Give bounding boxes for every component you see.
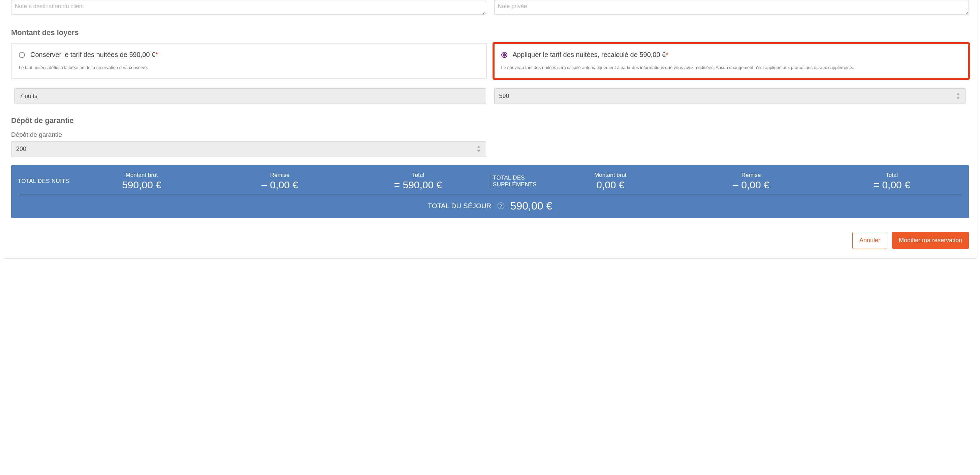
option-keep-description: Le tarif nuitées défini à la création de… bbox=[19, 65, 479, 71]
submit-button[interactable]: Modifier ma réservation bbox=[892, 232, 969, 249]
supp-total-label: Total bbox=[821, 172, 962, 178]
help-icon[interactable]: ? bbox=[498, 202, 504, 209]
deposit-value: 200 bbox=[16, 146, 26, 153]
rents-section-title: Montant des loyers bbox=[11, 28, 969, 37]
nights-total-label: Total bbox=[349, 172, 487, 178]
supp-discount-value: – 0,00 € bbox=[681, 179, 822, 191]
amount-stepper[interactable]: 590 bbox=[494, 88, 966, 104]
radio-apply-rate[interactable] bbox=[501, 52, 508, 58]
nights-value: 7 nuits bbox=[19, 93, 37, 100]
deposit-section-title: Dépôt de garantie bbox=[11, 116, 969, 125]
rate-options-row: Conserver le tarif des nuitées de 590,00… bbox=[11, 43, 969, 79]
nights-select[interactable]: 7 nuits bbox=[14, 88, 486, 104]
nights-total-value: = 590,00 € bbox=[349, 179, 487, 191]
totals-panel: TOTAL DES NUITS Montant brut 590,00 € Re… bbox=[11, 165, 969, 218]
nights-gross-value: 590,00 € bbox=[73, 179, 211, 191]
deposit-stepper[interactable]: 200 bbox=[11, 141, 486, 157]
deposit-field-label: Dépôt de garantie bbox=[11, 131, 969, 138]
nights-discount-value: – 0,00 € bbox=[211, 179, 349, 191]
radio-keep-rate[interactable] bbox=[19, 52, 25, 58]
stay-total-label: TOTAL DU SÉJOUR bbox=[428, 202, 492, 210]
nights-gross-label: Montant brut bbox=[73, 172, 211, 178]
supplements-group-title: TOTAL DES SUPPLÉMENTS bbox=[493, 175, 540, 188]
rate-fields-row: 7 nuits 590 bbox=[11, 88, 969, 104]
amount-value: 590 bbox=[499, 93, 509, 100]
reservation-form-section: Montant des loyers Conserver le tarif de… bbox=[3, 0, 977, 259]
notes-row bbox=[11, 0, 969, 16]
stepper-icon bbox=[476, 146, 481, 152]
option-apply-rate[interactable]: Appliquer le tarif des nuitées, recalcul… bbox=[493, 43, 969, 79]
horizontal-separator bbox=[18, 195, 962, 195]
stepper-icon bbox=[956, 93, 961, 99]
option-keep-rate[interactable]: Conserver le tarif des nuitées de 590,00… bbox=[11, 43, 487, 79]
stay-total-value: 590,00 € bbox=[511, 200, 552, 212]
supp-gross-label: Montant brut bbox=[540, 172, 681, 178]
option-apply-label: Appliquer le tarif des nuitées, recalcul… bbox=[513, 51, 669, 59]
supp-discount-label: Remise bbox=[681, 172, 822, 178]
client-note-input[interactable] bbox=[11, 0, 486, 15]
supplements-totals-group: TOTAL DES SUPPLÉMENTS Montant brut 0,00 … bbox=[493, 172, 962, 195]
nights-group-title: TOTAL DES NUITS bbox=[18, 178, 73, 184]
option-apply-description: Le nouveau tarif des nuitées sera calcul… bbox=[501, 65, 961, 71]
form-actions: Annuler Modifier ma réservation bbox=[11, 232, 969, 249]
cancel-button[interactable]: Annuler bbox=[852, 232, 887, 249]
supp-total-value: = 0,00 € bbox=[821, 179, 962, 191]
private-note-input[interactable] bbox=[494, 0, 969, 15]
supp-gross-value: 0,00 € bbox=[540, 179, 681, 191]
nights-discount-label: Remise bbox=[211, 172, 349, 178]
nights-totals-group: TOTAL DES NUITS Montant brut 590,00 € Re… bbox=[18, 172, 487, 195]
option-keep-label: Conserver le tarif des nuitées de 590,00… bbox=[30, 51, 158, 59]
